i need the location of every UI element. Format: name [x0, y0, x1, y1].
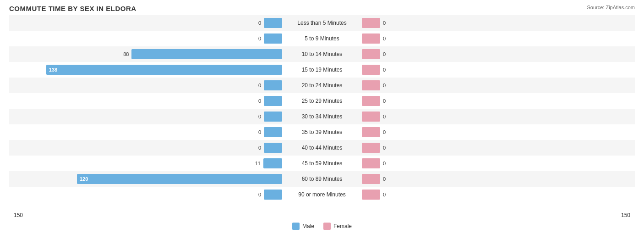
chart-row: 12060 to 89 Minutes0: [9, 171, 635, 187]
female-bar: 0: [362, 96, 380, 106]
female-bar: 0: [362, 174, 380, 184]
chart-row: 05 to 9 Minutes0: [9, 31, 635, 46]
legend-female-label: Female: [333, 223, 352, 229]
male-value: 0: [258, 36, 264, 41]
male-bar: 0: [264, 127, 282, 137]
row-right-side: 0: [360, 78, 635, 93]
axis-left-value: 150: [9, 212, 285, 218]
female-value: 0: [380, 36, 386, 41]
chart-title: COMMUTE TIME BY SEX IN ELDORA: [9, 5, 635, 12]
row-left-side: 88: [9, 46, 284, 62]
row-right-side: 0: [360, 140, 635, 156]
legend-male: Male: [292, 223, 314, 230]
row-label: 5 to 9 Minutes: [284, 35, 360, 42]
row-right-side: 0: [360, 31, 635, 46]
chart-row: 040 to 44 Minutes0: [9, 140, 635, 156]
legend-female-box: [323, 223, 331, 230]
chart-row: 8810 to 14 Minutes0: [9, 46, 635, 62]
male-bar: 0: [264, 80, 282, 90]
row-right-side: 0: [360, 187, 635, 202]
row-label: 20 to 24 Minutes: [284, 82, 360, 89]
female-value: 0: [380, 129, 386, 135]
male-value: 138: [49, 67, 57, 73]
female-value: 0: [380, 83, 386, 88]
female-value: 0: [380, 145, 386, 151]
row-label: Less than 5 Minutes: [284, 20, 360, 26]
row-label: 90 or more Minutes: [284, 191, 360, 198]
female-value: 0: [380, 51, 386, 57]
female-bar: 0: [362, 127, 380, 137]
chart-row: 1145 to 59 Minutes0: [9, 156, 635, 171]
row-label: 60 to 89 Minutes: [284, 176, 360, 182]
female-bar: 0: [362, 80, 380, 90]
row-label: 40 to 44 Minutes: [284, 145, 360, 151]
chart-row: 13815 to 19 Minutes0: [9, 62, 635, 78]
chart-row: 025 to 29 Minutes0: [9, 93, 635, 109]
row-left-side: 0: [9, 31, 284, 46]
female-value: 0: [380, 176, 386, 182]
legend-female: Female: [323, 223, 352, 230]
male-value: 0: [258, 114, 264, 119]
row-label: 25 to 29 Minutes: [284, 98, 360, 104]
chart-row: 0Less than 5 Minutes0: [9, 15, 635, 31]
female-value: 0: [380, 67, 386, 73]
female-bar: 0: [362, 33, 380, 44]
row-label: 15 to 19 Minutes: [284, 67, 360, 73]
row-left-side: 0: [9, 78, 284, 93]
female-value: 0: [380, 20, 386, 26]
male-value: 0: [258, 20, 264, 26]
row-label: 35 to 39 Minutes: [284, 129, 360, 135]
source-text: Source: ZipAtlas.com: [587, 5, 635, 10]
female-bar: 0: [362, 190, 380, 200]
row-right-side: 0: [360, 156, 635, 171]
male-value: 0: [258, 98, 264, 104]
row-right-side: 0: [360, 171, 635, 187]
chart-container: COMMUTE TIME BY SEX IN ELDORA Source: Zi…: [0, 0, 644, 240]
male-bar: 0: [264, 18, 282, 28]
male-bar: 88: [131, 49, 282, 59]
row-left-side: 0: [9, 124, 284, 140]
male-bar: 138: [46, 65, 282, 75]
female-bar: 0: [362, 49, 380, 59]
male-value: 0: [258, 145, 264, 151]
female-bar: 0: [362, 18, 380, 28]
male-bar: 0: [264, 143, 282, 153]
legend: Male Female: [9, 223, 635, 230]
female-bar: 0: [362, 158, 380, 168]
male-bar: 0: [264, 96, 282, 106]
row-left-side: 11: [9, 156, 284, 171]
female-value: 0: [380, 192, 386, 197]
row-label: 45 to 59 Minutes: [284, 160, 360, 167]
chart-area: 0Less than 5 Minutes005 to 9 Minutes0881…: [9, 15, 635, 208]
row-right-side: 0: [360, 15, 635, 31]
row-right-side: 0: [360, 46, 635, 62]
female-bar: 0: [362, 143, 380, 153]
male-value: 88: [123, 51, 131, 57]
male-bar: 0: [264, 33, 282, 44]
row-left-side: 138: [9, 62, 284, 78]
male-value: 0: [258, 129, 264, 135]
chart-row: 030 to 34 Minutes0: [9, 109, 635, 124]
male-value: 0: [258, 83, 264, 88]
chart-row: 035 to 39 Minutes0: [9, 124, 635, 140]
row-right-side: 0: [360, 124, 635, 140]
axis-bottom: 150 150: [9, 210, 635, 221]
female-value: 0: [380, 114, 386, 119]
row-left-side: 0: [9, 109, 284, 124]
male-bar: 120: [77, 174, 282, 184]
legend-male-label: Male: [302, 223, 314, 229]
row-left-side: 0: [9, 187, 284, 202]
row-left-side: 0: [9, 15, 284, 31]
female-value: 0: [380, 98, 386, 104]
row-right-side: 0: [360, 93, 635, 109]
male-bar: 0: [264, 190, 282, 200]
row-left-side: 0: [9, 93, 284, 109]
female-value: 0: [380, 161, 386, 166]
row-label: 30 to 34 Minutes: [284, 113, 360, 120]
male-value: 120: [80, 176, 88, 182]
female-bar: 0: [362, 112, 380, 122]
row-left-side: 0: [9, 140, 284, 156]
male-value: 0: [258, 192, 264, 197]
female-bar: 0: [362, 65, 380, 75]
male-bar: 11: [263, 158, 282, 168]
